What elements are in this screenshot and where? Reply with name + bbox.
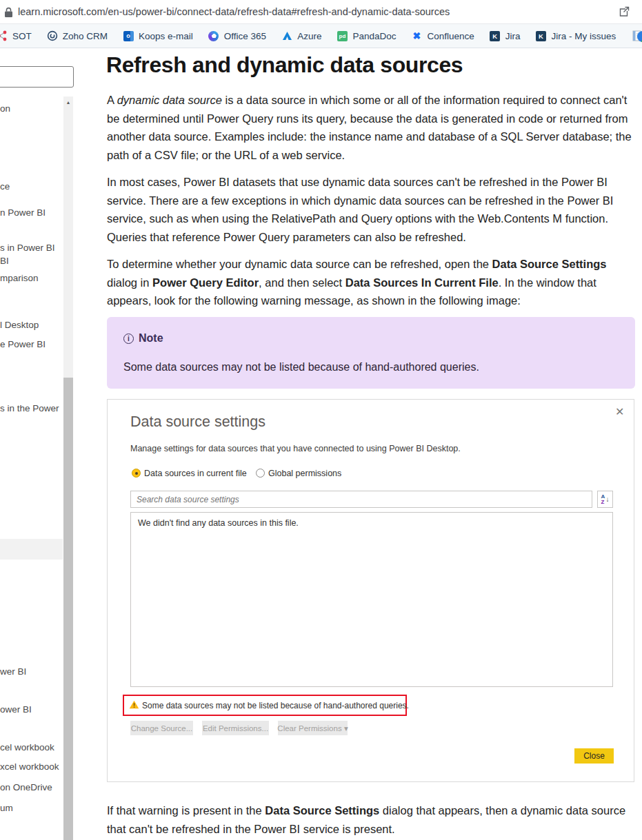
office-365-icon xyxy=(208,30,219,41)
sidebar-item[interactable]: ower BI xyxy=(0,704,32,715)
close-button: Close xyxy=(574,748,614,764)
paragraph-4: If that warning is present in the Data S… xyxy=(107,801,636,838)
paragraph-1: A dynamic data source is a data source i… xyxy=(107,91,636,164)
outlook-icon: o xyxy=(123,30,134,41)
zoho-crm-icon xyxy=(47,30,58,41)
sidebar-item[interactable]: e Power BI xyxy=(0,339,46,349)
bookmark-label: Confluence xyxy=(427,31,474,41)
sidebar-item[interactable]: BI xyxy=(0,256,9,266)
scroll-up-arrow-icon[interactable]: ▲ xyxy=(63,96,73,108)
bookmark-label: Jira xyxy=(505,31,521,41)
bookmark-koops-email[interactable]: o Koops e-mail xyxy=(123,30,193,41)
dialog-search-input xyxy=(130,491,592,508)
browser-url-bar[interactable]: learn.microsoft.com/en-us/power-bi/conne… xyxy=(0,0,642,24)
radio-global-permissions-label: Global permissions xyxy=(268,469,341,478)
sidebar-item[interactable]: on xyxy=(0,103,10,114)
paragraph-2: In most cases, Power BI datasets that us… xyxy=(107,173,636,246)
bookmark-sot[interactable]: SOT xyxy=(0,30,32,41)
note-title: Note xyxy=(139,332,163,345)
bookmark-label: Jira - My issues xyxy=(552,31,616,41)
dialog-subtitle: Manage settings for data sources that yo… xyxy=(130,444,461,453)
bookmark-jira[interactable]: K Jira xyxy=(490,30,521,41)
bookmark-office-365[interactable]: Office 365 xyxy=(208,30,266,41)
bookmark-label: PandaDoc xyxy=(352,31,396,41)
note-header: i Note xyxy=(123,332,163,345)
pandadoc-icon: pd xyxy=(337,30,348,41)
sidebar-item[interactable]: n Power BI xyxy=(0,207,46,218)
sidebar-search-input[interactable] xyxy=(0,66,74,88)
page-title: Refresh and dynamic data sources xyxy=(106,52,463,78)
sort-arrow-icon: ↓ xyxy=(605,495,609,503)
data-sources-list: We didn't find any data sources in this … xyxy=(130,512,613,687)
sidebar-item[interactable]: l Desktop xyxy=(0,320,39,330)
url-text[interactable]: learn.microsoft.com/en-us/power-bi/conne… xyxy=(18,6,450,17)
bookmark-jira-my-issues[interactable]: K Jira - My issues xyxy=(536,30,616,41)
sidebar-item[interactable]: s in the Power xyxy=(0,403,59,413)
dialog-title: Data source settings xyxy=(130,413,265,431)
bookmark-zoho-crm[interactable]: Zoho CRM xyxy=(47,30,108,41)
note-body: Some data sources may not be listed beca… xyxy=(123,361,479,373)
jira-icon: K xyxy=(490,30,501,41)
empty-list-message: We didn't find any data sources in this … xyxy=(138,518,299,528)
radio-global-permissions xyxy=(256,469,265,478)
azure-icon xyxy=(281,30,292,41)
bookmarks-bar: SOT Zoho CRM o Koops e-mail Office 365 A… xyxy=(0,24,642,48)
bookmark-label: SOT xyxy=(12,31,32,41)
bookmark-confluence[interactable]: ✖ Confluence xyxy=(411,30,474,41)
jira-icon: K xyxy=(536,30,547,41)
warning-message: Some data sources may not be listed beca… xyxy=(142,701,409,710)
lock-icon xyxy=(4,7,13,21)
radio-current-file-label: Data sources in current file xyxy=(144,469,247,478)
bookmark-label: Koops e-mail xyxy=(139,31,193,41)
change-source-button: Change Source... xyxy=(130,721,193,735)
sidebar-item[interactable]: xcel workbook xyxy=(0,761,59,772)
bookmark-pandadoc[interactable]: pd PandaDoc xyxy=(337,30,396,41)
sidebar-item[interactable]: mparison xyxy=(0,273,39,283)
bookmark-label: Zoho CRM xyxy=(63,31,108,41)
warning-triangle-icon xyxy=(129,699,139,712)
sidebar-item[interactable]: cel workbook xyxy=(0,742,54,752)
dropdown-arrow-icon: ▾ xyxy=(344,724,348,733)
confluence-icon: ✖ xyxy=(411,30,422,41)
share-icon[interactable] xyxy=(617,5,631,21)
page: learn.microsoft.com/en-us/power-bi/conne… xyxy=(0,0,642,840)
clear-permissions-button: Clear Permissions ▾ xyxy=(278,721,348,735)
info-icon: i xyxy=(123,334,134,344)
bookmark-azure[interactable]: Azure xyxy=(281,30,321,41)
sort-az-button: AZ ↓ xyxy=(597,491,613,508)
warning-highlight-box: Some data sources may not be listed beca… xyxy=(123,695,407,716)
sidebar-scrollbar-thumb[interactable] xyxy=(63,378,73,840)
sidebar-item[interactable]: ce xyxy=(0,181,10,192)
bookmark-label: Office 365 xyxy=(224,31,266,41)
sidebar-item[interactable]: wer BI xyxy=(0,666,26,677)
sidebar-selected-item-highlight[interactable] xyxy=(0,539,63,560)
sidebar-item[interactable]: s in Power BI xyxy=(0,243,55,253)
edit-permissions-button: Edit Permissions... xyxy=(202,721,269,735)
sidebar-item[interactable]: um xyxy=(0,803,13,813)
note-callout: i Note Some data sources may not be list… xyxy=(107,317,635,389)
radio-current-file-selected xyxy=(132,469,141,478)
sidebar-item[interactable]: on OneDrive xyxy=(0,782,52,792)
paragraph-3: To determine whether your dynamic data s… xyxy=(107,255,636,310)
bookmark-label: Azure xyxy=(297,31,321,41)
dialog-screenshot-image: ✕ Data source settings Manage settings f… xyxy=(107,399,634,782)
sot-icon xyxy=(0,30,8,41)
dialog-close-icon: ✕ xyxy=(615,405,624,418)
